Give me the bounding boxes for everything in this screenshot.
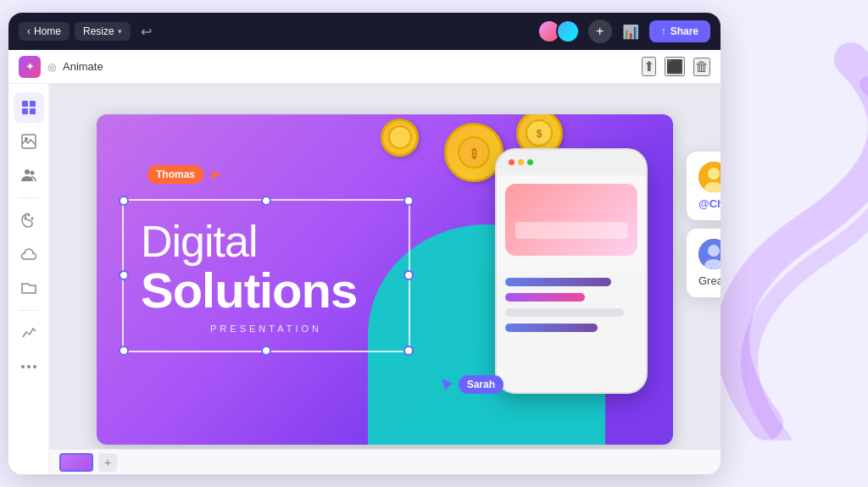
- frame-icon-button[interactable]: ⬛: [665, 57, 685, 76]
- add-page-button[interactable]: +: [98, 453, 117, 472]
- credit-card: [505, 184, 637, 256]
- comment-text-thomas: Great, thanks!: [698, 274, 721, 287]
- phone-bar-blue-2: [505, 324, 598, 332]
- page-thumbnail-1[interactable]: [59, 453, 93, 472]
- sidebar-divider-2: [19, 310, 39, 311]
- cursor-sarah: Sarah: [440, 375, 504, 394]
- resize-label: Resize: [83, 25, 114, 37]
- svg-text:$: $: [537, 128, 542, 140]
- animate-circle-icon[interactable]: ◎: [47, 61, 56, 73]
- resize-button[interactable]: Resize ▾: [75, 22, 131, 41]
- phone-card-area: [497, 175, 646, 271]
- main-toolbar: ‹ Home Resize ▾ ↩ + 📊 ↑ Share: [8, 13, 721, 50]
- phone-bars: [497, 271, 646, 346]
- avatar-thomas: [698, 239, 721, 269]
- phone-bar-blue: [505, 278, 611, 286]
- toolbar-left: ‹ Home Resize ▾ ↩: [19, 20, 531, 43]
- thomas-cursor-label: Thomas: [147, 165, 203, 184]
- magic-icon: ✦: [19, 56, 41, 78]
- sidebar-item-chart[interactable]: [14, 318, 44, 348]
- phone-dot-green: [527, 159, 533, 165]
- sidebar-item-image[interactable]: [14, 126, 44, 157]
- animate-label: Animate: [63, 60, 103, 73]
- secondary-toolbar: ✦ ◎ Animate ⬆ ⬛ 🗑: [8, 50, 721, 84]
- slide-title-bold: Solutions: [141, 266, 392, 315]
- app-container: ‹ Home Resize ▾ ↩ + 📊 ↑ Share ✦: [8, 13, 721, 474]
- sidebar-item-people[interactable]: [14, 160, 44, 191]
- phone-dot-yellow: [518, 159, 524, 165]
- sidebar-divider-1: [19, 197, 39, 198]
- handle-bottom-right[interactable]: [403, 346, 414, 356]
- avatar-sarah: [698, 162, 721, 192]
- card-stripe: [515, 222, 627, 239]
- svg-point-13: [33, 365, 36, 368]
- left-sidebar: [8, 84, 49, 474]
- svg-rect-0: [22, 101, 28, 107]
- handle-top-right[interactable]: [403, 196, 414, 206]
- slide-title-light: Digital: [141, 218, 392, 266]
- svg-point-7: [30, 171, 34, 175]
- home-label: Home: [34, 25, 61, 37]
- cursor-thomas: Thomas ➤: [147, 165, 221, 184]
- chevron-down-icon: ▾: [118, 27, 122, 36]
- secondary-toolbar-right: ⬆ ⬛ 🗑: [642, 57, 710, 76]
- svg-point-25: [708, 245, 720, 257]
- svg-point-9: [27, 214, 30, 217]
- svg-rect-2: [22, 108, 28, 114]
- sarah-cursor-icon: [440, 377, 455, 392]
- svg-text:₿: ₿: [471, 147, 477, 160]
- sarah-cursor-label: Sarah: [459, 375, 504, 394]
- collaborator-avatars: [537, 19, 580, 43]
- svg-rect-1: [30, 101, 36, 107]
- svg-point-12: [27, 365, 31, 368]
- svg-point-8: [24, 218, 26, 220]
- svg-point-10: [31, 218, 33, 220]
- toolbar-right: + 📊 ↑ Share: [537, 19, 710, 43]
- comment-card-thomas: Thomas Nabin 1 minute ago Great, thanks!: [687, 229, 721, 297]
- handle-bottom-mid[interactable]: [261, 346, 271, 356]
- page-strip: +: [49, 449, 721, 474]
- svg-point-22: [708, 168, 720, 180]
- sidebar-item-more[interactable]: [14, 351, 44, 382]
- comment-header-sarah: Sarah Knight 1 minute ago: [698, 162, 721, 192]
- chevron-left-icon: ‹: [27, 25, 31, 37]
- delete-icon-button[interactable]: 🗑: [693, 58, 710, 76]
- share-icon: ↑: [661, 25, 666, 37]
- main-content-area: ₿ $ €: [8, 84, 721, 474]
- handle-mid-left[interactable]: [119, 270, 129, 280]
- thomas-cursor-arrow: ➤: [209, 165, 221, 184]
- phone-dot-red: [509, 159, 515, 165]
- home-button[interactable]: ‹ Home: [19, 22, 70, 41]
- comment-card-sarah: Sarah Knight 1 minute ago @Chris Title u…: [687, 152, 721, 220]
- comment-header-thomas: Thomas Nabin 1 minute ago: [698, 239, 721, 269]
- avatar-2: [556, 19, 580, 43]
- svg-point-11: [21, 365, 25, 368]
- comment-text-sarah: @Chris Title updated 👋: [698, 197, 721, 210]
- thomas-avatar-img: [698, 239, 721, 269]
- add-collaborator-button[interactable]: +: [588, 19, 612, 43]
- slide-text-box[interactable]: Digital Solutions PRESENTATION: [122, 199, 410, 352]
- svg-point-6: [25, 169, 30, 174]
- export-icon-button[interactable]: ⬆: [642, 57, 656, 76]
- handle-mid-right[interactable]: [403, 270, 414, 280]
- handle-top-left[interactable]: [119, 196, 129, 206]
- sidebar-item-folder[interactable]: [14, 273, 44, 303]
- coin-4: [381, 119, 419, 157]
- svg-rect-3: [30, 108, 36, 114]
- share-button[interactable]: ↑ Share: [649, 20, 710, 42]
- phone-bar-light: [505, 308, 624, 317]
- svg-point-20: [389, 126, 411, 148]
- sidebar-item-palette[interactable]: [14, 205, 44, 235]
- handle-top-mid[interactable]: [261, 196, 271, 206]
- canvas-area[interactable]: ₿ $ €: [49, 84, 721, 474]
- comment-mention: @Chris: [698, 197, 721, 210]
- sidebar-item-cloud[interactable]: [14, 239, 44, 269]
- phone-bar-purple: [505, 293, 585, 302]
- sidebar-item-grid[interactable]: [14, 92, 44, 123]
- presentation-slide[interactable]: ₿ $ €: [97, 114, 673, 445]
- chart-button[interactable]: 📊: [619, 20, 643, 43]
- handle-bottom-left[interactable]: [119, 346, 129, 356]
- undo-button[interactable]: ↩: [136, 20, 157, 43]
- slide-subtitle: PRESENTATION: [141, 324, 392, 334]
- phone-top-bar: [497, 150, 646, 175]
